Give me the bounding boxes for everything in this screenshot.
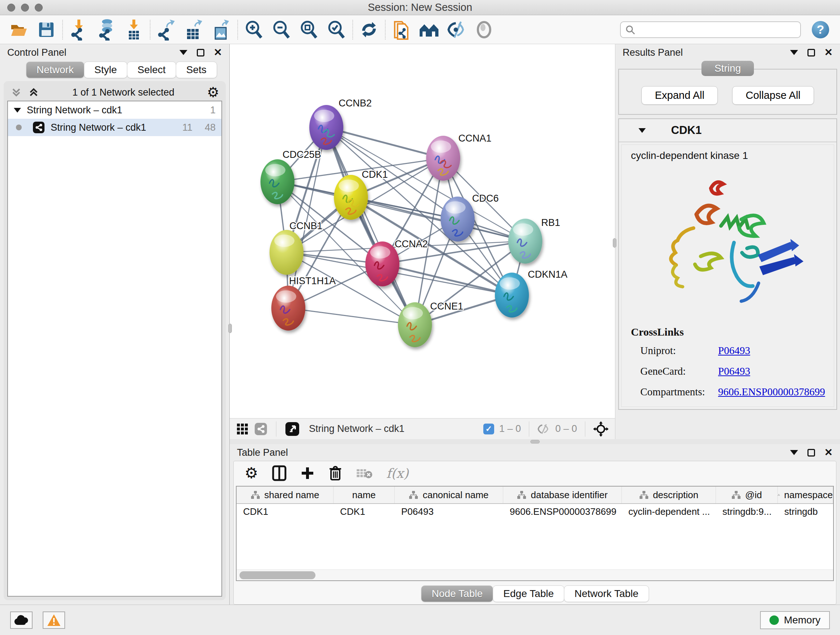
network-node-CCNE1[interactable] — [398, 302, 432, 347]
network-edge-CCNA1-CDC25B[interactable] — [278, 158, 443, 182]
tab-style[interactable]: Style — [84, 62, 127, 78]
show-columns-button[interactable] — [272, 465, 286, 481]
table-cell[interactable]: CDK1 — [333, 504, 395, 519]
zoom-fit-button[interactable] — [298, 19, 320, 41]
help-button[interactable]: ? — [812, 21, 829, 38]
crosslink-link[interactable]: 9606.ENSP00000378699 — [718, 386, 825, 398]
table-cell[interactable]: cyclin-dependent ... — [622, 504, 716, 519]
left-splitter-handle[interactable] — [228, 324, 232, 333]
import-network-file-button[interactable] — [68, 19, 90, 41]
save-session-button[interactable] — [35, 19, 57, 41]
collapse-all-icon[interactable] — [10, 86, 22, 98]
close-panel-icon[interactable]: ✕ — [824, 448, 833, 458]
tab-network-table[interactable]: Network Table — [564, 585, 649, 602]
grid-mode-icon[interactable] — [236, 423, 248, 435]
float-panel-icon[interactable] — [807, 49, 815, 57]
memory-button[interactable]: Memory — [760, 611, 830, 629]
float-panel-icon[interactable] — [807, 449, 815, 456]
network-from-selection-button[interactable] — [391, 19, 412, 41]
column-header-id[interactable]: @id — [716, 486, 778, 503]
table-row[interactable]: CDK1CDK1P064939606.ENSP00000378699cyclin… — [237, 504, 833, 519]
column-header-database-identifier[interactable]: database identifier — [503, 486, 622, 503]
cdk1-section-header[interactable]: CDK1 — [619, 119, 836, 142]
network-node-HIST1H1A[interactable] — [271, 286, 305, 331]
column-header-shared-name[interactable]: shared name — [237, 486, 333, 503]
tab-select[interactable]: Select — [127, 62, 176, 78]
collapse-all-button[interactable]: Collapse All — [732, 86, 814, 105]
tab-node-table[interactable]: Node Table — [421, 585, 493, 602]
cloud-status-button[interactable] — [10, 611, 33, 629]
panel-menu-icon[interactable] — [790, 450, 798, 455]
function-builder-button[interactable]: f(x) — [386, 466, 409, 481]
section-collapse-icon[interactable] — [638, 128, 646, 133]
import-table-file-button[interactable] — [123, 19, 145, 41]
splitter-handle[interactable] — [531, 440, 540, 443]
network-row[interactable]: String Network – cdk1 11 48 — [8, 119, 221, 136]
search-input[interactable] — [639, 24, 796, 35]
network-edge-CDK1-RB1[interactable] — [351, 197, 525, 241]
network-node-CCNB2[interactable] — [309, 105, 343, 150]
table-cell[interactable]: P06493 — [395, 504, 503, 519]
tab-network[interactable]: Network — [26, 62, 84, 78]
network-collection-row[interactable]: String Network – cdk1 1 — [8, 101, 221, 119]
birdseye-navigator-icon[interactable] — [593, 421, 608, 437]
panel-menu-icon[interactable] — [790, 50, 798, 55]
zoom-in-button[interactable] — [243, 19, 265, 41]
network-node-CDC25B[interactable] — [261, 159, 294, 204]
tree-expand-icon[interactable] — [14, 108, 21, 112]
selected-checkbox[interactable]: ✓ — [483, 424, 494, 434]
open-session-button[interactable] — [8, 19, 30, 41]
expand-all-button[interactable]: Expand All — [641, 86, 718, 105]
network-node-CDKN1A[interactable] — [495, 272, 529, 318]
refresh-view-button[interactable] — [358, 19, 380, 41]
crosslink-link[interactable]: 9606.ENSP00000378699 — [718, 407, 825, 407]
eye-button[interactable] — [473, 19, 495, 41]
panel-menu-icon[interactable] — [180, 50, 187, 55]
export-network-button[interactable] — [156, 19, 177, 41]
horizontal-splitter[interactable] — [230, 439, 840, 444]
maximize-window-button[interactable] — [35, 4, 43, 11]
zoom-selected-button[interactable] — [325, 19, 347, 41]
close-panel-icon[interactable]: ✕ — [214, 48, 222, 57]
network-node-CDC6[interactable] — [441, 196, 475, 241]
column-header-description[interactable]: description — [622, 486, 716, 503]
network-node-CCNA1[interactable] — [426, 136, 460, 181]
float-panel-icon[interactable] — [197, 49, 204, 57]
first-neighbors-button[interactable] — [418, 19, 440, 41]
delete-table-button[interactable] — [356, 467, 373, 479]
column-header-namespace[interactable]: namespace — [778, 486, 833, 503]
network-edge-HIST1H1A-CCNE1[interactable] — [288, 308, 415, 325]
crosslink-link[interactable]: P06493 — [718, 365, 825, 377]
expand-all-icon[interactable] — [27, 86, 40, 98]
column-header-canonical-name[interactable]: canonical name — [395, 486, 503, 503]
network-options-gear-icon[interactable]: ⚙ — [207, 86, 219, 99]
tab-edge-table[interactable]: Edge Table — [493, 585, 564, 602]
export-table-button[interactable] — [183, 19, 205, 41]
zoom-out-button[interactable] — [271, 19, 292, 41]
table-cell[interactable]: stringdb:9... — [716, 504, 778, 519]
add-column-button[interactable] — [300, 466, 315, 480]
tab-sets[interactable]: Sets — [176, 62, 217, 78]
search-box[interactable] — [620, 21, 801, 38]
table-cell[interactable]: stringdb — [778, 504, 833, 519]
column-header-name[interactable]: name — [333, 486, 395, 503]
network-canvas[interactable]: CCNB2CCNA1CDC25BCDK1CDC6RB1CCNB1CCNA2CDK… — [230, 44, 615, 418]
close-panel-icon[interactable]: ✕ — [824, 48, 833, 57]
scrollbar-thumb[interactable] — [240, 571, 316, 579]
crosslink-link[interactable]: P06493 — [718, 345, 825, 356]
right-splitter-handle[interactable] — [613, 238, 616, 248]
hidden-eye-icon[interactable] — [537, 424, 550, 434]
warning-status-button[interactable] — [43, 611, 65, 629]
minimize-window-button[interactable] — [21, 4, 29, 11]
network-node-RB1[interactable] — [508, 219, 542, 264]
close-window-button[interactable] — [7, 4, 15, 11]
horizontal-scrollbar[interactable] — [237, 570, 833, 580]
network-edge-CCNB2-CCNE1[interactable] — [326, 127, 415, 325]
import-network-database-button[interactable] — [95, 19, 117, 41]
network-node-CCNB1[interactable] — [270, 230, 303, 275]
table-cell[interactable]: CDK1 — [237, 504, 333, 519]
network-node-CCNA2[interactable] — [365, 241, 399, 287]
network-node-CDK1[interactable] — [334, 175, 368, 220]
table-cell[interactable]: 9606.ENSP00000378699 — [503, 504, 622, 519]
export-image-button[interactable] — [210, 19, 232, 41]
